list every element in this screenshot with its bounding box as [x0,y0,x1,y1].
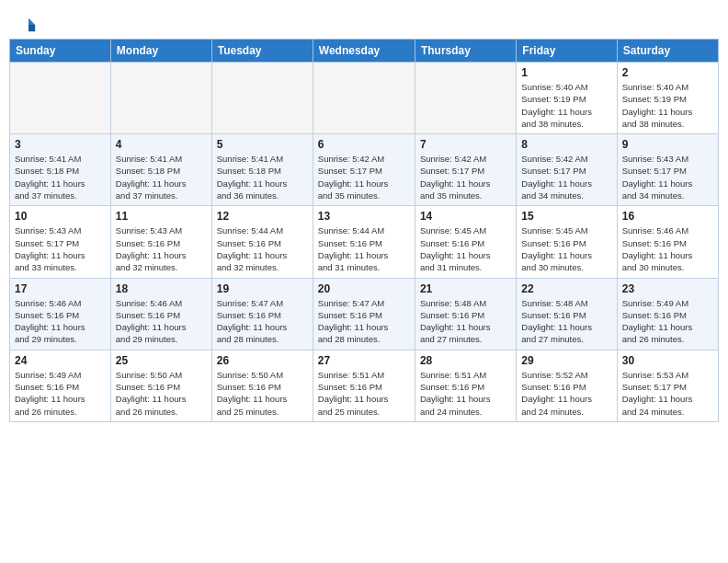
calendar-cell: 13Sunrise: 5:44 AM Sunset: 5:16 PM Dayli… [313,206,415,278]
day-info: Sunrise: 5:40 AM Sunset: 5:19 PM Dayligh… [622,81,713,130]
calendar-cell: 16Sunrise: 5:46 AM Sunset: 5:16 PM Dayli… [617,206,718,278]
calendar-cell: 1Sunrise: 5:40 AM Sunset: 5:19 PM Daylig… [517,63,617,134]
day-info: Sunrise: 5:44 AM Sunset: 5:16 PM Dayligh… [217,224,308,273]
calendar-wrap: SundayMondayTuesdayWednesdayThursdayFrid… [0,39,728,431]
day-number: 9 [622,138,713,151]
calendar-cell: 17Sunrise: 5:46 AM Sunset: 5:16 PM Dayli… [10,278,111,350]
day-info: Sunrise: 5:42 AM Sunset: 5:17 PM Dayligh… [521,153,611,201]
day-number: 3 [15,138,106,151]
week-row-2: 3Sunrise: 5:41 AM Sunset: 5:18 PM Daylig… [10,134,719,206]
day-number: 24 [15,354,106,367]
calendar-cell: 18Sunrise: 5:46 AM Sunset: 5:16 PM Dayli… [110,278,211,350]
calendar-cell: 8Sunrise: 5:42 AM Sunset: 5:17 PM Daylig… [517,134,617,206]
logo [18,17,37,29]
day-number: 27 [318,354,410,367]
calendar-cell: 3Sunrise: 5:41 AM Sunset: 5:18 PM Daylig… [10,134,111,206]
weekday-header-tuesday: Tuesday [211,40,313,63]
calendar-cell: 27Sunrise: 5:51 AM Sunset: 5:16 PM Dayli… [313,350,415,421]
day-info: Sunrise: 5:43 AM Sunset: 5:17 PM Dayligh… [622,153,713,201]
calendar-cell: 24Sunrise: 5:49 AM Sunset: 5:16 PM Dayli… [10,350,111,421]
calendar-cell: 21Sunrise: 5:48 AM Sunset: 5:16 PM Dayli… [415,278,516,350]
day-number: 16 [622,210,713,223]
day-number: 30 [622,354,713,367]
weekday-header-sunday: Sunday [10,40,111,63]
day-number: 7 [420,138,511,151]
svg-marker-0 [28,18,35,25]
calendar-cell: 4Sunrise: 5:41 AM Sunset: 5:18 PM Daylig… [110,134,211,206]
calendar-cell: 15Sunrise: 5:45 AM Sunset: 5:16 PM Dayli… [517,206,617,278]
day-info: Sunrise: 5:41 AM Sunset: 5:18 PM Dayligh… [15,153,106,201]
day-number: 18 [116,282,207,295]
day-number: 6 [318,138,410,151]
day-info: Sunrise: 5:45 AM Sunset: 5:16 PM Dayligh… [420,224,511,273]
week-row-5: 24Sunrise: 5:49 AM Sunset: 5:16 PM Dayli… [10,350,719,421]
day-info: Sunrise: 5:48 AM Sunset: 5:16 PM Dayligh… [420,297,511,346]
day-info: Sunrise: 5:47 AM Sunset: 5:16 PM Dayligh… [318,297,410,346]
calendar-cell: 2Sunrise: 5:40 AM Sunset: 5:19 PM Daylig… [617,63,718,134]
day-info: Sunrise: 5:53 AM Sunset: 5:17 PM Dayligh… [622,369,713,418]
week-row-4: 17Sunrise: 5:46 AM Sunset: 5:16 PM Dayli… [10,278,719,350]
weekday-header-row: SundayMondayTuesdayWednesdayThursdayFrid… [10,40,719,63]
day-number: 12 [217,210,308,223]
calendar-cell [10,63,111,134]
calendar-cell: 10Sunrise: 5:43 AM Sunset: 5:17 PM Dayli… [10,206,111,278]
weekday-header-thursday: Thursday [415,40,516,63]
day-number: 28 [420,354,511,367]
calendar-cell: 12Sunrise: 5:44 AM Sunset: 5:16 PM Dayli… [211,206,313,278]
page-header [0,0,728,39]
calendar-cell [110,63,211,134]
day-number: 5 [217,138,308,151]
day-number: 14 [420,210,511,223]
day-number: 20 [318,282,410,295]
calendar-cell: 19Sunrise: 5:47 AM Sunset: 5:16 PM Dayli… [211,278,313,350]
day-number: 10 [15,210,106,223]
day-number: 22 [521,282,611,295]
calendar-table: SundayMondayTuesdayWednesdayThursdayFrid… [9,39,719,422]
day-number: 2 [622,66,713,79]
calendar-cell: 5Sunrise: 5:41 AM Sunset: 5:18 PM Daylig… [211,134,313,206]
day-number: 15 [521,210,611,223]
day-number: 26 [217,354,308,367]
day-info: Sunrise: 5:51 AM Sunset: 5:16 PM Dayligh… [420,369,511,418]
day-info: Sunrise: 5:46 AM Sunset: 5:16 PM Dayligh… [622,224,713,273]
calendar-cell: 14Sunrise: 5:45 AM Sunset: 5:16 PM Dayli… [415,206,516,278]
day-info: Sunrise: 5:48 AM Sunset: 5:16 PM Dayligh… [521,297,611,346]
day-info: Sunrise: 5:41 AM Sunset: 5:18 PM Dayligh… [116,153,207,201]
calendar-cell [211,63,313,134]
day-number: 19 [217,282,308,295]
week-row-1: 1Sunrise: 5:40 AM Sunset: 5:19 PM Daylig… [10,63,719,134]
calendar-cell [415,63,516,134]
calendar-cell: 26Sunrise: 5:50 AM Sunset: 5:16 PM Dayli… [211,350,313,421]
day-info: Sunrise: 5:46 AM Sunset: 5:16 PM Dayligh… [15,297,106,346]
day-number: 25 [116,354,207,367]
calendar-cell: 23Sunrise: 5:49 AM Sunset: 5:16 PM Dayli… [617,278,718,350]
day-number: 17 [15,282,106,295]
calendar-cell: 7Sunrise: 5:42 AM Sunset: 5:17 PM Daylig… [415,134,516,206]
day-info: Sunrise: 5:47 AM Sunset: 5:16 PM Dayligh… [217,297,308,346]
day-info: Sunrise: 5:45 AM Sunset: 5:16 PM Dayligh… [521,224,611,273]
day-number: 21 [420,282,511,295]
weekday-header-monday: Monday [110,40,211,63]
calendar-cell: 28Sunrise: 5:51 AM Sunset: 5:16 PM Dayli… [415,350,516,421]
weekday-header-saturday: Saturday [617,40,718,63]
day-info: Sunrise: 5:51 AM Sunset: 5:16 PM Dayligh… [318,369,410,418]
calendar-cell: 11Sunrise: 5:43 AM Sunset: 5:16 PM Dayli… [110,206,211,278]
calendar-cell: 20Sunrise: 5:47 AM Sunset: 5:16 PM Dayli… [313,278,415,350]
day-number: 8 [521,138,611,151]
day-number: 1 [521,66,611,79]
day-info: Sunrise: 5:50 AM Sunset: 5:16 PM Dayligh… [116,369,207,418]
day-info: Sunrise: 5:49 AM Sunset: 5:16 PM Dayligh… [15,369,106,418]
calendar-cell: 30Sunrise: 5:53 AM Sunset: 5:17 PM Dayli… [617,350,718,421]
weekday-header-friday: Friday [517,40,617,63]
calendar-cell: 9Sunrise: 5:43 AM Sunset: 5:17 PM Daylig… [617,134,718,206]
weekday-header-wednesday: Wednesday [313,40,415,63]
day-number: 4 [116,138,207,151]
day-info: Sunrise: 5:49 AM Sunset: 5:16 PM Dayligh… [622,297,713,346]
svg-marker-1 [28,25,35,31]
day-info: Sunrise: 5:50 AM Sunset: 5:16 PM Dayligh… [217,369,308,418]
day-info: Sunrise: 5:52 AM Sunset: 5:16 PM Dayligh… [521,369,611,418]
day-info: Sunrise: 5:43 AM Sunset: 5:17 PM Dayligh… [15,224,106,273]
day-number: 23 [622,282,713,295]
day-number: 11 [116,210,207,223]
calendar-cell: 25Sunrise: 5:50 AM Sunset: 5:16 PM Dayli… [110,350,211,421]
